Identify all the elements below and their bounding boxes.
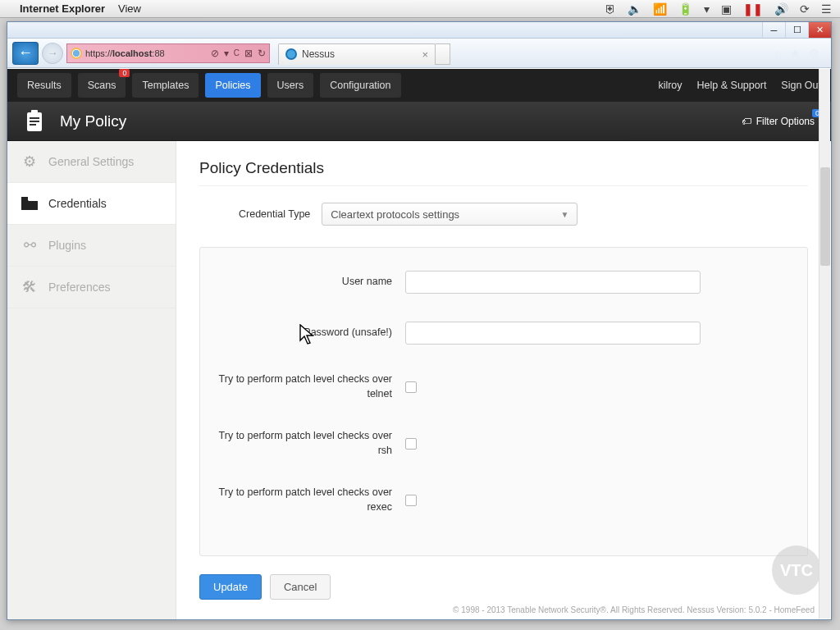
favorites-icon[interactable]: ★ xyxy=(790,47,801,60)
sidebar-item-credentials[interactable]: Credentials xyxy=(7,183,176,225)
clipboard-icon xyxy=(24,109,45,134)
tab-nessus[interactable]: Nessus × xyxy=(278,43,436,65)
mac-app-name[interactable]: Internet Explorer xyxy=(20,2,105,15)
credential-type-select[interactable]: Cleartext protocols settings ▼ xyxy=(322,203,578,226)
rexec-checkbox[interactable] xyxy=(405,495,417,506)
nav-results[interactable]: Results xyxy=(17,73,71,98)
sidebar-label: Credentials xyxy=(48,197,107,210)
close-button[interactable]: ✕ xyxy=(808,22,831,38)
gear-icon: ⚙ xyxy=(21,153,39,171)
button-row: Update Cancel xyxy=(199,574,808,600)
url-host: localhost xyxy=(112,48,152,58)
nessus-app: Results Scans 0 Templates Policies Users… xyxy=(7,69,831,619)
dropdown-icon[interactable]: ▾ xyxy=(704,2,710,16)
pause-icon[interactable]: ❚❚ xyxy=(743,2,763,16)
username-label: User name xyxy=(217,275,405,290)
nav-configuration[interactable]: Configuration xyxy=(320,73,400,98)
ie-toolbar: ← → https://localhost:88 ⊘ ▾ C ⊠ ↻ Nessu… xyxy=(7,39,831,68)
url-rest: :88 xyxy=(152,48,164,58)
sidebar-label: General Settings xyxy=(48,155,134,168)
tab-bar: Nessus × xyxy=(278,42,450,65)
filter-options[interactable]: 🏷 Filter Options 0 xyxy=(742,116,815,127)
share-icon: ⚯ xyxy=(21,236,39,254)
nav-templates[interactable]: Templates xyxy=(132,73,199,98)
nav-user[interactable]: kilroy xyxy=(658,80,682,91)
folder-icon xyxy=(21,194,39,212)
ie-favicon-icon xyxy=(71,48,82,59)
address-bar[interactable]: https://localhost:88 ⊘ ▾ C ⊠ ↻ xyxy=(66,43,270,63)
nessus-favicon-icon xyxy=(285,48,297,60)
tab-close-icon[interactable]: × xyxy=(422,48,428,61)
minimize-button[interactable]: ─ xyxy=(762,22,785,38)
display-icon[interactable]: ▣ xyxy=(721,2,732,16)
volume-down-icon[interactable]: 🔈 xyxy=(628,2,641,16)
rexec-row: Try to perform patch level checks over r… xyxy=(217,486,791,514)
password-row: Password (unsafe!) xyxy=(217,322,791,345)
battery-icon[interactable]: 🔋 xyxy=(678,2,692,16)
filter-label: Filter Options xyxy=(756,116,815,127)
nav-scans-label: Scans xyxy=(88,80,116,91)
rsh-label: Try to perform patch level checks over r… xyxy=(217,429,405,458)
url-scheme: https:// xyxy=(85,48,112,58)
svg-rect-3 xyxy=(30,121,39,122)
new-tab-button[interactable] xyxy=(436,43,450,65)
maximize-button[interactable]: ☐ xyxy=(785,22,808,38)
mac-status-icons: ⛨ 🔈 📶 🔋 ▾ ▣ ❚❚ 🔊 ⟳ ☰ xyxy=(605,2,832,16)
cancel-button[interactable]: Cancel xyxy=(270,574,331,600)
content-area: Policy Credentials Credential Type Clear… xyxy=(176,141,831,619)
credential-type-value: Cleartext protocols settings xyxy=(331,208,459,221)
nav-right: kilroy Help & Support Sign Out xyxy=(658,80,821,91)
sidebar-label: Plugins xyxy=(48,239,86,252)
page-title: My Policy xyxy=(60,112,126,130)
nav-scans[interactable]: Scans 0 xyxy=(78,73,126,98)
nav-help[interactable]: Help & Support xyxy=(697,80,767,91)
password-label: Password (unsafe!) xyxy=(217,326,405,340)
tools-icon: 🛠 xyxy=(21,278,39,296)
address-bar-controls: ⊘ ▾ C ⊠ ↻ xyxy=(211,48,266,59)
ie-window: ─ ☐ ✕ ← → https://localhost:88 ⊘ ▾ C ⊠ ↻… xyxy=(7,21,832,620)
tab-title: Nessus xyxy=(302,48,335,60)
update-button[interactable]: Update xyxy=(199,574,262,600)
stop-icon[interactable]: ⊠ xyxy=(244,48,253,59)
ie-toolbar-right: ⌂ ★ ⚙ xyxy=(775,47,826,60)
chevron-down-icon: ▼ xyxy=(560,210,568,219)
scans-badge: 0 xyxy=(119,69,130,77)
compat-icon[interactable]: C xyxy=(234,48,240,57)
scrollbar[interactable] xyxy=(819,69,830,619)
tools-icon[interactable]: ⚙ xyxy=(809,47,819,60)
telnet-label: Try to perform patch level checks over t… xyxy=(217,372,405,401)
sidebar: ⚙ General Settings Credentials ⚯ Plugins… xyxy=(7,141,176,619)
telnet-checkbox[interactable] xyxy=(405,381,417,393)
sidebar-item-preferences[interactable]: 🛠 Preferences xyxy=(7,267,176,308)
svg-rect-5 xyxy=(21,197,28,201)
credential-type-row: Credential Type Cleartext protocols sett… xyxy=(239,203,808,226)
nav-users[interactable]: Users xyxy=(267,73,314,98)
list-icon[interactable]: ☰ xyxy=(821,2,832,16)
refresh-icon[interactable]: ↻ xyxy=(258,48,266,59)
forward-button[interactable]: → xyxy=(42,43,63,64)
dropdown-icon[interactable]: ▾ xyxy=(224,48,229,59)
mac-menubar: Internet Explorer View ⛨ 🔈 📶 🔋 ▾ ▣ ❚❚ 🔊 … xyxy=(0,0,840,18)
sync-icon[interactable]: ⟳ xyxy=(800,2,810,16)
username-row: User name xyxy=(217,271,791,294)
scroll-thumb[interactable] xyxy=(820,167,830,266)
credential-type-label: Credential Type xyxy=(239,208,310,220)
url-text: https://localhost:88 xyxy=(85,48,208,58)
rsh-checkbox[interactable] xyxy=(405,438,417,450)
sidebar-item-plugins[interactable]: ⚯ Plugins xyxy=(7,225,176,267)
nav-policies[interactable]: Policies xyxy=(205,73,260,98)
app-body: ⚙ General Settings Credentials ⚯ Plugins… xyxy=(7,141,831,619)
shield-icon[interactable]: ⛨ xyxy=(605,2,616,16)
mac-menu-view[interactable]: View xyxy=(118,2,141,15)
back-button[interactable]: ← xyxy=(12,42,39,65)
cert-error-icon[interactable]: ⊘ xyxy=(211,48,219,59)
signal-icon[interactable]: 📶 xyxy=(653,2,667,16)
home-icon[interactable]: ⌂ xyxy=(775,47,782,60)
nav-signout[interactable]: Sign Out xyxy=(781,80,821,91)
sidebar-label: Preferences xyxy=(48,281,110,294)
password-input[interactable] xyxy=(405,322,701,345)
sidebar-item-general[interactable]: ⚙ General Settings xyxy=(7,141,176,183)
speaker-icon[interactable]: 🔊 xyxy=(774,2,788,16)
rsh-row: Try to perform patch level checks over r… xyxy=(217,429,791,458)
username-input[interactable] xyxy=(405,271,701,294)
